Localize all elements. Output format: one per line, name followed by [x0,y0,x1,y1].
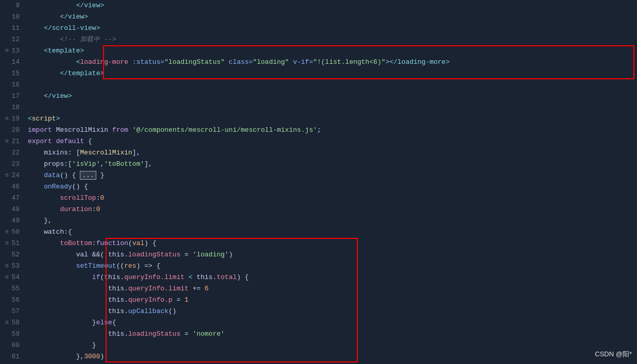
code-line-47: scrollTop:0 [26,193,637,204]
code-line-19: <script> [26,113,637,125]
line-number-18: 18 [0,102,20,113]
line-number-16: 16 [0,79,20,91]
code-line-17: </view> [26,91,637,102]
line-number-19: ⊟19 [0,113,20,125]
code-line-48: duration:0 [26,204,637,215]
code-line-11: </scroll-view> [26,23,637,34]
fold-icon[interactable]: ⊟ [5,317,8,328]
code-line-49: }, [26,215,637,227]
line-number-47: 47 [0,193,20,204]
line-number-17: 17 [0,91,20,102]
code-line-10: </view> [26,11,637,23]
fold-icon[interactable]: ⊟ [5,261,8,272]
code-line-60: } [26,340,637,351]
code-line-55: this.queryInfo.limit += 6 [26,283,637,294]
fold-icon[interactable]: ⊟ [5,227,8,238]
line-number-55: 55 [0,283,20,294]
line-number-60: 60 [0,340,20,351]
line-number-12: 12 [0,34,20,45]
line-number-59: 59 [0,328,20,340]
code-line-59: this.loadingStatus = 'nomore' [26,328,637,340]
line-number-61: 61 [0,351,20,362]
code-line-9: </view> [26,0,637,11]
code-editor: 9101112⊟131415161718⊟1920⊟212223⊟2446474… [0,0,637,364]
line-number-23: 23 [0,159,20,170]
line-number-21: ⊟21 [0,136,20,147]
fold-icon[interactable]: ⊟ [5,45,8,57]
line-number-22: 22 [0,147,20,159]
line-numbers: 9101112⊟131415161718⊟1920⊟212223⊟2446474… [0,0,26,364]
code-line-52: val &&( this.loadingStatus = 'loading') [26,249,637,261]
fold-icon[interactable]: ⊟ [5,272,8,283]
line-number-48: 48 [0,204,20,215]
line-number-53: ⊟53 [0,261,20,272]
line-number-49: 49 [0,215,20,227]
line-number-54: ⊟54 [0,272,20,283]
code-line-23: props:['isVip','toBottom'], [26,159,637,170]
code-line-16 [26,79,637,91]
watermark: CSDN @阳* [595,350,632,359]
line-number-24: ⊟24 [0,170,20,181]
line-number-52: 52 [0,249,20,261]
code-line-50: watch:{ [26,227,637,238]
line-number-57: 57 [0,306,20,317]
code-line-21: export default { [26,136,637,147]
line-number-56: 56 [0,294,20,306]
line-number-46: 46 [0,181,20,193]
code-line-12: <!-- 加载中 --> [26,34,637,45]
code-line-22: mixins: [MescrollMixin], [26,147,637,159]
fold-icon[interactable]: ⊟ [5,170,8,181]
line-number-11: 11 [0,23,20,34]
line-number-58: ⊟58 [0,317,20,328]
line-number-50: ⊟50 [0,227,20,238]
code-line-15: </template> [26,68,637,79]
code-line-53: setTimeout((res) => { [26,261,637,272]
code-line-51: toBottom:function(val) { [26,238,637,249]
code-line-24: data() { ... } [26,170,637,181]
line-number-9: 9 [0,0,20,11]
code-line-58: }else{ [26,317,637,328]
code-line-56: this.queryInfo.p = 1 [26,294,637,306]
line-number-51: ⊟51 [0,238,20,249]
code-line-14: <loading-more :status="loadingStatus" cl… [26,57,637,68]
fold-icon[interactable]: ⊟ [5,238,8,249]
code-line-20: import MescrollMixin from '@/components/… [26,125,637,136]
line-number-13: ⊟13 [0,45,20,57]
code-line-54: if(this.queryInfo.limit < this.total) { [26,272,637,283]
line-number-20: 20 [0,125,20,136]
code-line-46: onReady() { [26,181,637,193]
line-number-14: 14 [0,57,20,68]
code-line-57: this.upCallback() [26,306,637,317]
code-line-61: },3000) [26,351,637,362]
line-number-15: 15 [0,68,20,79]
code-line-18 [26,102,637,113]
fold-icon[interactable]: ⊟ [5,113,8,125]
line-number-10: 10 [0,11,20,23]
code-line-13: <template> [26,45,637,57]
code-area: </view> </view> </scroll-view> <!-- 加载中 … [26,0,637,364]
fold-icon[interactable]: ⊟ [5,136,8,147]
